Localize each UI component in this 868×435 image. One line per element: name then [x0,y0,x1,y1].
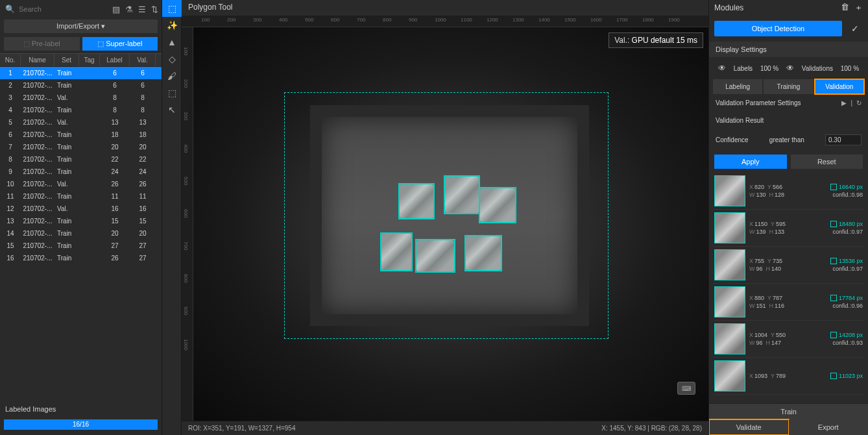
tool-strip: ⬚ ✨ ▲ ◇ 🖌 ⬚ ↖ [162,0,182,435]
cursor-tool-icon[interactable]: ↖ [162,101,182,118]
col-name[interactable]: Name [21,54,54,66]
add-icon[interactable]: ＋ [854,2,863,14]
canvas-area[interactable]: 1002003004005006007008009001000 Val.: GP… [182,27,708,421]
table-body[interactable]: 1210702-...Train662210702-...Train663210… [0,67,162,401]
table-row[interactable]: 16210702-...Train2627 [0,252,162,264]
detection-box[interactable] [464,235,502,271]
checkbox-icon[interactable] [830,258,837,264]
result-item[interactable]: X880 Y78717784 pxW151 H116confid.:0.96 [713,284,864,321]
col-no[interactable]: No. [0,54,21,66]
result-item[interactable]: X820 Y56616640 pxW130 H128confid.:0.98 [713,173,864,210]
ruler-vertical: 1002003004005006007008009001000 [182,27,193,421]
checkbox-icon[interactable] [830,295,837,301]
divider: | [850,99,852,106]
detection-box[interactable] [479,187,516,223]
table-row[interactable]: 10210702-...Val.2626 [0,178,162,190]
pre-label-button[interactable]: ⬚ Pre-label [4,37,80,51]
checkbox-icon[interactable] [830,373,837,379]
image-icon[interactable]: ▨ [112,5,120,14]
tab-validation[interactable]: Validation [815,79,864,94]
delete-icon[interactable]: 🗑 [841,2,849,14]
chevron-right-icon[interactable]: ▶ [841,99,847,106]
validate-button[interactable]: Validate [709,419,789,435]
display-settings-row: 👁 Labels100 % 👁 Validations100 % [709,57,868,79]
col-set[interactable]: Set [54,54,79,66]
brush-tool-icon[interactable]: 🖌 [162,68,182,84]
checkbox-icon[interactable] [830,332,837,338]
table-row[interactable]: 5210702-...Val.1313 [0,116,162,129]
table-row[interactable]: 6210702-...Train1818 [0,129,162,141]
table-row[interactable]: 13210702-...Train1515 [0,215,162,227]
labeled-images-label: Labeled Images [0,401,162,417]
table-row[interactable]: 3210702-...Val.88 [0,92,162,104]
tabs-row: Labeling Training Validation [709,79,868,94]
table-row[interactable]: 2210702-...Train66 [0,79,162,92]
shape-tool-icon[interactable]: ◇ [162,51,182,68]
stamp-tool-icon[interactable]: ▲ [162,34,182,51]
tab-labeling[interactable]: Labeling [713,79,762,94]
search-toolbar: ▨ ⚗ ☰ ⇅ [112,5,161,14]
modules-header: Modules 🗑 ＋ [709,0,868,16]
cursor-status: X: 1455, Y: 843 | RGB: (28, 28, 28) [601,425,702,432]
result-item[interactable]: X755 Y73513536 pxW96 H140confid.:0.97 [713,247,864,284]
bottom-buttons: Train Validate Export [709,403,868,435]
table-row[interactable]: 1210702-...Train66 [0,67,162,79]
confidence-input[interactable] [825,134,862,145]
detection-box[interactable] [415,239,455,273]
keyboard-icon[interactable]: ⌨ [677,382,695,395]
refresh-icon[interactable]: ↻ [856,99,862,106]
validation-badge: Val.: GPU default 15 ms [609,32,703,48]
train-button[interactable]: Train [709,403,868,419]
table-row[interactable]: 9210702-...Train2424 [0,166,162,178]
center-header: Polygon Tool [182,0,708,16]
table-row[interactable]: 8210702-...Train2222 [0,153,162,166]
eye-icon[interactable]: 👁 [718,64,726,73]
validation-result-label: Validation Result [709,112,868,129]
col-tag[interactable]: Tag [79,54,100,66]
search-input[interactable] [19,5,108,13]
result-thumbnail [714,360,745,392]
super-label-button[interactable]: ⬚ Super-label [82,37,158,51]
label-buttons: ⬚ Pre-label ⬚ Super-label [0,34,162,53]
result-item[interactable]: X1093 Y78911023 px [713,358,864,395]
apply-button[interactable]: Apply [714,155,787,169]
tab-training[interactable]: Training [764,79,813,94]
list-icon[interactable]: ☰ [138,5,146,14]
confidence-row: Confidence greater than [709,129,868,151]
detection-box[interactable] [380,232,413,271]
display-settings-title: Display Settings [709,42,868,57]
validation-params-row[interactable]: Validation Parameter Settings ▶ | ↻ [709,94,868,112]
detection-box[interactable] [398,183,435,219]
check-icon[interactable]: ✓ [847,23,863,34]
table-row[interactable]: 15210702-...Train2727 [0,240,162,252]
eye-icon[interactable]: 👁 [786,64,794,73]
table-row[interactable]: 11210702-...Train1111 [0,190,162,203]
checkbox-icon[interactable] [830,184,837,190]
result-item[interactable]: X1150 Y59518480 pxW139 H133confid.:0.97 [713,210,864,247]
roi-status: ROI: X=351, Y=191, W=1327, H=954 [188,425,295,432]
progress-bar: 16/16 [4,419,158,430]
detection-box[interactable] [444,175,480,214]
background-image [193,27,708,421]
table-row[interactable]: 14210702-...Train2020 [0,227,162,240]
reset-button[interactable]: Reset [791,155,863,169]
table-row[interactable]: 12210702-...Val.1616 [0,203,162,215]
export-button[interactable]: Export [789,419,869,435]
results-list[interactable]: X820 Y56616640 pxW130 H128confid.:0.98X1… [709,173,868,403]
table-row[interactable]: 7210702-...Train2020 [0,141,162,153]
table-row[interactable]: 4210702-...Train88 [0,104,162,116]
search-bar: 🔍 ▨ ⚗ ☰ ⇅ [0,0,162,18]
image-container: Val.: GPU default 15 ms ⌨ [193,27,708,421]
result-item[interactable]: X1004 Y55014208 pxW96 H147confid.:0.93 [713,321,864,358]
polygon-tool-icon[interactable]: ⬚ [162,0,182,17]
center-panel: Polygon Tool 100200300400500600700800900… [182,0,708,435]
select-tool-icon[interactable]: ⬚ [162,84,182,101]
magic-wand-icon[interactable]: ✨ [162,17,182,34]
filter-icon[interactable]: ⚗ [125,5,133,14]
col-val[interactable]: Val. [130,54,156,66]
sort-icon[interactable]: ⇅ [151,5,158,14]
checkbox-icon[interactable] [830,221,837,227]
import-export-button[interactable]: Import/Export ▾ [4,19,158,33]
col-label[interactable]: Label [100,54,130,66]
object-detection-button[interactable]: Object Detection [714,21,842,36]
